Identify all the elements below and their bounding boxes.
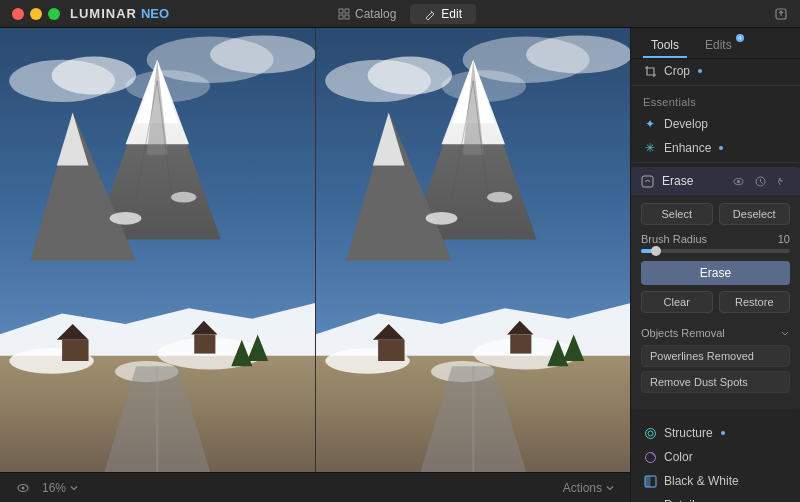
enhance-item[interactable]: ✳ Enhance bbox=[631, 136, 800, 160]
color-icon bbox=[643, 450, 657, 464]
svg-point-71 bbox=[645, 428, 655, 438]
chevron-down-icon bbox=[70, 484, 78, 492]
svg-rect-3 bbox=[345, 15, 349, 19]
clear-restore-row: Clear Restore bbox=[641, 291, 790, 313]
enhance-icon: ✳ bbox=[643, 141, 657, 155]
objects-header[interactable]: Objects Removal bbox=[631, 321, 800, 345]
logo-neo: NEO bbox=[141, 6, 169, 21]
details-icon bbox=[643, 498, 657, 502]
eye-icon bbox=[16, 481, 30, 495]
actions-button[interactable]: Actions bbox=[563, 481, 614, 495]
zoom-level[interactable]: 16% bbox=[42, 481, 78, 495]
dust-spots-item[interactable]: Remove Dust Spots bbox=[641, 371, 790, 393]
erase-section: Erase bbox=[631, 167, 800, 409]
clear-button[interactable]: Clear bbox=[641, 291, 713, 313]
main-content: 16% Actions Tools Edits 4 bbox=[0, 28, 800, 502]
crop-icon bbox=[643, 64, 657, 78]
erase-body: Select Deselect Brush Radius 10 bbox=[631, 195, 800, 321]
select-button[interactable]: Select bbox=[641, 203, 713, 225]
brush-radius-value: 10 bbox=[778, 233, 790, 245]
develop-item[interactable]: ✦ Develop bbox=[631, 112, 800, 136]
photo-area: 16% Actions bbox=[0, 28, 630, 502]
erase-undo-btn[interactable] bbox=[774, 173, 790, 189]
svg-point-40 bbox=[526, 35, 630, 73]
svg-rect-67 bbox=[642, 176, 653, 187]
brush-radius-row: Brush Radius 10 bbox=[641, 233, 790, 253]
crop-dot bbox=[698, 69, 702, 73]
svg-rect-75 bbox=[645, 476, 651, 487]
panel-content: Crop Essentials ✦ Develop ✳ Enhance bbox=[631, 59, 800, 502]
svg-point-11 bbox=[210, 35, 314, 73]
edit-icon bbox=[424, 8, 436, 20]
photo-canvas bbox=[0, 28, 630, 472]
brush-radius-slider[interactable] bbox=[641, 249, 790, 253]
titlebar: LUMINAR NEO Catalog Edit bbox=[0, 0, 800, 28]
maximize-button[interactable] bbox=[48, 8, 60, 20]
select-row: Select Deselect bbox=[641, 203, 790, 225]
crop-item[interactable]: Crop bbox=[631, 59, 800, 83]
edit-label: Edit bbox=[441, 7, 462, 21]
mountain-svg-right bbox=[316, 28, 631, 472]
svg-point-50 bbox=[425, 212, 457, 225]
structure-item[interactable]: Structure bbox=[631, 421, 800, 445]
catalog-label: Catalog bbox=[355, 7, 396, 21]
deselect-button[interactable]: Deselect bbox=[719, 203, 791, 225]
brush-radius-label: Brush Radius bbox=[641, 233, 707, 245]
eye-button[interactable] bbox=[16, 481, 30, 495]
svg-rect-61 bbox=[510, 335, 531, 354]
svg-rect-59 bbox=[378, 340, 404, 361]
svg-point-22 bbox=[171, 192, 196, 203]
app-logo: LUMINAR NEO bbox=[70, 6, 169, 21]
enhance-dot bbox=[719, 146, 723, 150]
powerlines-item[interactable]: Powerlines Removed bbox=[641, 345, 790, 367]
export-icon[interactable] bbox=[774, 7, 788, 21]
objects-chevron-icon bbox=[780, 328, 790, 338]
color-item[interactable]: Color bbox=[631, 445, 800, 469]
titlebar-right bbox=[774, 7, 788, 21]
close-button[interactable] bbox=[12, 8, 24, 20]
erase-header-icons bbox=[730, 173, 790, 189]
details-item[interactable]: Details bbox=[631, 493, 800, 502]
svg-rect-30 bbox=[62, 340, 88, 361]
edit-tab[interactable]: Edit bbox=[410, 4, 476, 24]
minimize-button[interactable] bbox=[30, 8, 42, 20]
structure-icon bbox=[643, 426, 657, 440]
edits-badge: 4 bbox=[736, 34, 744, 42]
tools-tab[interactable]: Tools bbox=[643, 34, 687, 58]
photo-before bbox=[0, 28, 315, 472]
bw-icon bbox=[643, 474, 657, 488]
svg-rect-32 bbox=[194, 335, 215, 354]
structure-dot bbox=[721, 431, 725, 435]
bw-item[interactable]: Black & White bbox=[631, 469, 800, 493]
logo-luminar: LUMINAR bbox=[70, 6, 137, 21]
erase-visibility-btn[interactable] bbox=[730, 173, 746, 189]
photo-after bbox=[315, 28, 631, 472]
erase-history-btn[interactable] bbox=[752, 173, 768, 189]
divider-2 bbox=[631, 162, 800, 163]
catalog-tab[interactable]: Catalog bbox=[324, 4, 410, 24]
svg-point-38 bbox=[367, 57, 452, 95]
svg-point-72 bbox=[648, 431, 653, 436]
objects-title: Objects Removal bbox=[641, 327, 780, 339]
develop-icon: ✦ bbox=[643, 117, 657, 131]
actions-chevron-icon bbox=[606, 484, 614, 492]
mountain-svg-left bbox=[0, 28, 315, 472]
erase-header[interactable]: Erase bbox=[631, 167, 800, 195]
svg-rect-1 bbox=[345, 9, 349, 13]
slider-thumb bbox=[651, 246, 661, 256]
objects-section: Objects Removal Powerlines Removed Remov… bbox=[631, 321, 800, 405]
titlebar-nav: Catalog Edit bbox=[324, 4, 476, 24]
svg-point-51 bbox=[486, 192, 511, 203]
slider-label-row: Brush Radius 10 bbox=[641, 233, 790, 245]
catalog-icon bbox=[338, 8, 350, 20]
svg-point-9 bbox=[52, 57, 137, 95]
edits-tab[interactable]: Edits 4 bbox=[697, 34, 740, 58]
restore-button[interactable]: Restore bbox=[719, 291, 791, 313]
svg-point-21 bbox=[110, 212, 142, 225]
erase-button[interactable]: Erase bbox=[641, 261, 790, 285]
essentials-header: Essentials bbox=[631, 88, 800, 112]
objects-content: Powerlines Removed Remove Dust Spots bbox=[631, 345, 800, 405]
erase-section-icon bbox=[641, 175, 654, 188]
svg-point-69 bbox=[737, 180, 740, 183]
svg-rect-2 bbox=[339, 15, 343, 19]
